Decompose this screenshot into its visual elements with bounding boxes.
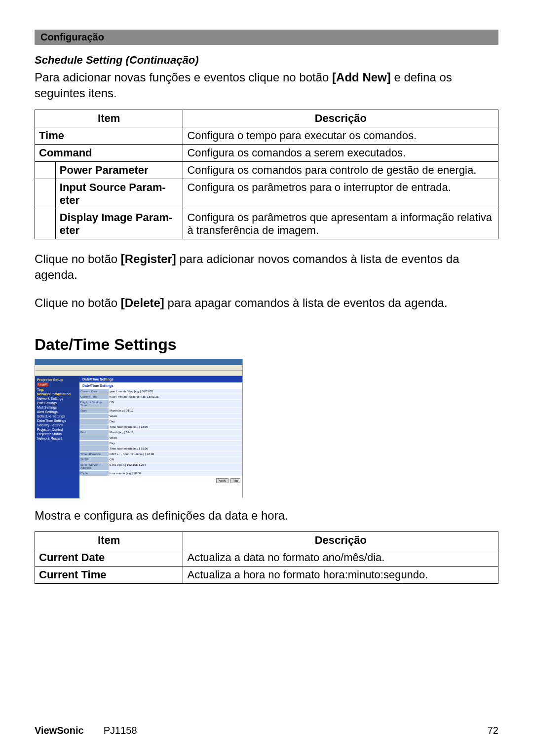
ss-top-button[interactable]: Top (230, 478, 240, 483)
ss-nav-netinfo: Network Information (37, 392, 77, 396)
row-power-desc: Configura os comandos para controlo de g… (183, 161, 498, 179)
ss-nav-item[interactable]: Projector Status (37, 432, 77, 436)
footer-brand: ViewSonic (35, 725, 84, 736)
ss-main: Date/Time Settings Date/Time Settings Cu… (79, 376, 242, 498)
ss-nav-item[interactable]: Schedule Settings (37, 415, 77, 418)
ss-val-start-m[interactable]: Month [e.g.] 01-12 (109, 408, 242, 414)
schedule-para-delete: Clique no botão [Delete] para apagar com… (35, 295, 498, 311)
ss-val-td[interactable]: GMT + : - hour:minute [e.g.] 18:06 (109, 452, 242, 457)
th-item: Item (35, 110, 183, 127)
p3-post: para apagar comandos à lista de eventos … (164, 296, 448, 309)
ss-nav-item[interactable]: Network Settings (37, 397, 77, 400)
ss-nav-item[interactable]: Network Restart (37, 437, 77, 440)
row-command-desc: Configura os comandos a serem executados… (183, 144, 498, 161)
ss-nav-title: Projector Setup (37, 378, 77, 381)
ss-lbl-blank (79, 446, 109, 452)
row-power-item: Power Parameter (55, 161, 183, 179)
dt-cd-item: Current Date (35, 549, 183, 567)
page-footer: ViewSonic PJ1158 72 (35, 725, 498, 736)
ss-lbl-td: Time difference (79, 452, 109, 457)
ss-nav-item[interactable]: Mail Settings (37, 406, 77, 409)
ss-lbl-blank (79, 414, 109, 419)
ss-main-header: Date/Time Settings (79, 376, 242, 382)
indent (35, 179, 56, 209)
section-header: Configuração (35, 30, 498, 45)
ss-apply-button[interactable]: Apply (216, 478, 228, 483)
ss-val-start-d[interactable]: Day (109, 419, 242, 424)
th-desc: Descrição (183, 110, 498, 127)
ss-val-on2[interactable]: ON (109, 457, 242, 462)
p2-pre: Clique no botão (35, 252, 121, 265)
ss-val-start-t[interactable]: Time hour:minute [e.g.] 18:06 (109, 424, 242, 430)
ss-lbl-start: Start (79, 408, 109, 414)
dt-cd-desc: Actualiza a data no formato ano/mês/dia. (183, 549, 498, 567)
p3-pre: Clique no botão (35, 296, 121, 309)
schedule-table: Item Descrição Time Configura o tempo pa… (35, 110, 498, 239)
row-command-item: Command (35, 144, 183, 161)
ss-val-cd[interactable]: year / month / day [e.g.] 06/01/05 (109, 389, 242, 394)
ss-lbl-dst: Daylight Savings Time (79, 400, 109, 408)
ss-nav: Projector Setup Logoff Top: Network Info… (35, 376, 79, 498)
ss-val-end-t[interactable]: Time hour:minute [e.g.] 18:06 (109, 446, 242, 452)
row-display-desc: Configura os parâmetros que apresentam a… (183, 209, 498, 239)
ss-lbl-ip: SNTP Server IP Address (79, 462, 109, 471)
ss-nav-top: Top: (37, 388, 77, 391)
ss-address-bar (35, 371, 242, 376)
ss-lbl-ct: Current Time (79, 394, 109, 400)
ss-val-end-m[interactable]: Month [e.g.] 01-12 (109, 430, 242, 435)
dt-th-item: Item (35, 532, 183, 549)
ss-val-end-w[interactable]: Week (109, 435, 242, 441)
p2-bold: [Register] (121, 252, 176, 265)
intro-pre: Para adicionar novas funções e eventos c… (35, 71, 332, 84)
ss-titlebar (35, 359, 242, 365)
schedule-subheading: Schedule Setting (Continuação) (35, 54, 498, 67)
intro-bold: [Add New] (332, 71, 391, 84)
ss-val-start-w[interactable]: Week (109, 414, 242, 419)
datetime-screenshot: Projector Setup Logoff Top: Network Info… (35, 359, 243, 498)
dt-th-desc: Descrição (183, 532, 498, 549)
ss-val-cycle[interactable]: hour:minute [e.g.] 18:06 (109, 471, 242, 476)
ss-lbl-sntp: SNTP (79, 457, 109, 462)
ss-val-on[interactable]: ON (109, 400, 242, 408)
ss-val-end-d[interactable]: Day (109, 441, 242, 446)
ss-lbl-blank (79, 441, 109, 446)
ss-lbl-blank (79, 419, 109, 424)
ss-lbl-end: End (79, 430, 109, 435)
ss-nav-item[interactable]: Date/Time Settings (37, 419, 77, 422)
ss-lbl-blank (79, 424, 109, 430)
dt-ct-item: Current Time (35, 567, 183, 584)
datetime-intro: Mostra e configura as definições da data… (35, 508, 498, 524)
ss-nav-item[interactable]: Projector Control (37, 428, 77, 431)
row-time-desc: Configura o tempo para executar os coman… (183, 127, 498, 144)
footer-model: PJ1158 (104, 725, 488, 736)
schedule-para-register: Clique no botão [Register] para adiciona… (35, 251, 498, 283)
row-display-item: Display Image Param­eter (55, 209, 183, 239)
ss-toolbar (35, 365, 242, 371)
ss-nav-item[interactable]: Alert Settings (37, 410, 77, 414)
ss-val-ct[interactable]: hour : minute : second [e.g.] 18:01:25 (109, 394, 242, 400)
indent (35, 161, 56, 179)
dt-ct-desc: Actualiza a hora no formato hora:minuto:… (183, 567, 498, 584)
datetime-heading: Date/Time Settings (35, 336, 498, 354)
ss-lbl-cd: Current Date (79, 389, 109, 394)
ss-lbl-blank (79, 435, 109, 441)
ss-logoff-button[interactable]: Logoff (37, 382, 48, 386)
indent (35, 209, 56, 239)
ss-nav-item[interactable]: Port Settings (37, 401, 77, 405)
row-time-item: Time (35, 127, 183, 144)
schedule-intro: Para adicionar novas funções e eventos c… (35, 70, 498, 102)
ss-main-sub: Date/Time Settings (79, 382, 242, 389)
row-input-item: Input Source Param­eter (55, 179, 183, 209)
footer-page-number: 72 (488, 725, 498, 736)
ss-nav-item[interactable]: Security Settings (37, 423, 77, 427)
ss-val-ip[interactable]: 0.0.0.0 [e.g.] 192.168.1.254 (109, 462, 242, 471)
datetime-table: Item Descrição Current Date Actualiza a … (35, 531, 498, 584)
row-input-desc: Configura os parâmetros para o interrupt… (183, 179, 498, 209)
ss-lbl-cycle: Cycle (79, 471, 109, 476)
p3-bold: [Delete] (121, 296, 164, 309)
